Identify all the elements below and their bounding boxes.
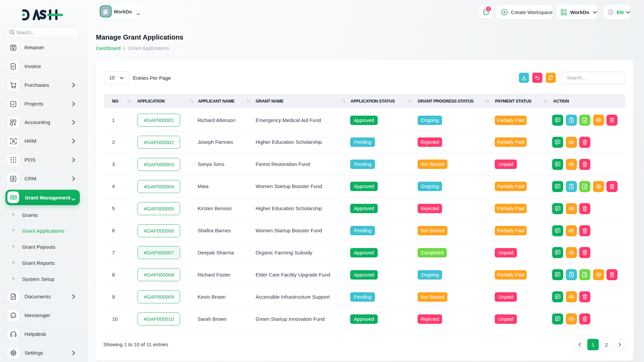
svg-text:$: $ xyxy=(571,119,572,122)
svg-text:$: $ xyxy=(571,274,572,277)
svg-text:$: $ xyxy=(571,185,572,188)
